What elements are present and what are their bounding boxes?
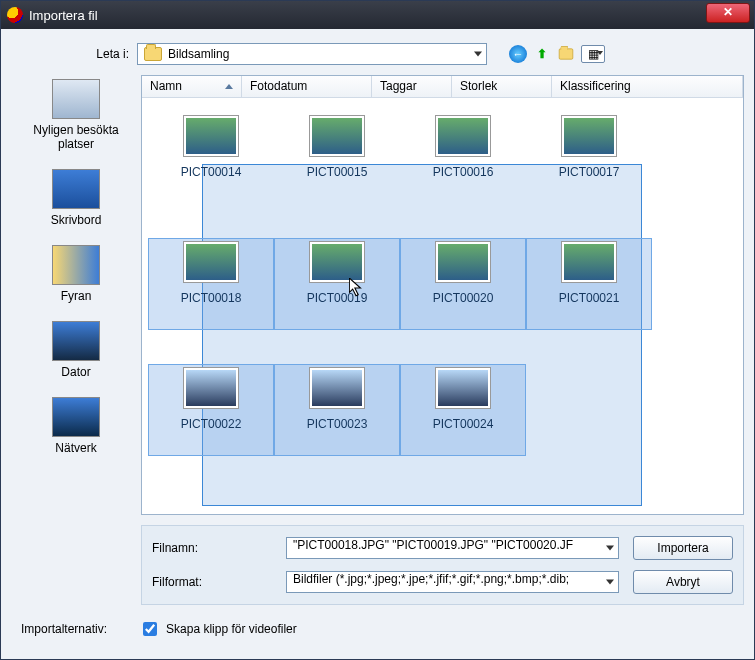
file-label: PICT00018: [181, 291, 242, 305]
sidebar-item-desktop[interactable]: Skrivbord: [21, 169, 131, 227]
col-date[interactable]: Fotodatum: [242, 76, 372, 97]
look-in-value: Bildsamling: [168, 47, 229, 61]
computer-icon: [52, 321, 100, 361]
file-list-pane: Namn Fotodatum Taggar Storlek Klassifice…: [141, 75, 744, 515]
checkbox-label: Skapa klipp för videofiler: [166, 622, 297, 636]
window-title: Importera fil: [29, 8, 98, 23]
checkbox-input[interactable]: [143, 622, 157, 636]
new-folder-icon[interactable]: [557, 45, 575, 63]
folder-icon: [144, 47, 162, 61]
file-label: PICT00023: [307, 417, 368, 431]
fileformat-label: Filformat:: [152, 575, 272, 589]
file-item[interactable]: PICT00020: [400, 238, 526, 330]
filename-form: Filnamn: "PICT00018.JPG" "PICT00019.JPG"…: [141, 525, 744, 605]
thumbnail-icon: [435, 241, 491, 283]
col-size[interactable]: Storlek: [452, 76, 552, 97]
look-in-label: Leta i:: [11, 47, 129, 61]
sidebar-item-computer[interactable]: Dator: [21, 321, 131, 379]
sidebar-item-fyran[interactable]: Fyran: [21, 245, 131, 303]
desktop-icon: [52, 169, 100, 209]
bottom-area: Filnamn: "PICT00018.JPG" "PICT00019.JPG"…: [11, 515, 744, 605]
views-icon[interactable]: ▦: [581, 45, 605, 63]
chevron-down-icon: [474, 52, 482, 57]
network-icon: [52, 397, 100, 437]
sidebar-item-label: Nyligen besökta platser: [21, 123, 131, 151]
filename-label: Filnamn:: [152, 541, 272, 555]
file-item[interactable]: PICT00018: [148, 238, 274, 330]
look-in-combo[interactable]: Bildsamling: [137, 43, 487, 65]
up-icon[interactable]: ⬆: [533, 45, 551, 63]
file-label: PICT00017: [559, 165, 620, 179]
app-icon: [7, 7, 23, 23]
chevron-down-icon: [606, 546, 614, 551]
file-label: PICT00020: [433, 291, 494, 305]
thumbnail-icon: [309, 241, 365, 283]
file-item[interactable]: PICT00019: [274, 238, 400, 330]
filename-value: "PICT00018.JPG" "PICT00019.JPG" "PICT000…: [293, 538, 573, 552]
places-sidebar: Nyligen besökta platser Skrivbord Fyran …: [11, 75, 141, 515]
sidebar-item-recent[interactable]: Nyligen besökta platser: [21, 79, 131, 151]
col-rating[interactable]: Klassificering: [552, 76, 743, 97]
sidebar-item-label: Dator: [21, 365, 131, 379]
thumbnail-icon: [309, 367, 365, 409]
file-label: PICT00016: [433, 165, 494, 179]
file-label: PICT00014: [181, 165, 242, 179]
col-name[interactable]: Namn: [142, 76, 242, 97]
cancel-button[interactable]: Avbryt: [633, 570, 733, 594]
file-label: PICT00015: [307, 165, 368, 179]
import-options-label: Importalternativ:: [21, 622, 107, 636]
nav-icons: ← ⬆ ▦: [509, 45, 605, 63]
fileformat-combo[interactable]: Bildfiler (*.jpg;*.jpeg;*.jpe;*.jfif;*.g…: [286, 571, 619, 593]
back-icon[interactable]: ←: [509, 45, 527, 63]
sidebar-item-label: Nätverk: [21, 441, 131, 455]
thumbnail-grid[interactable]: PICT00014 PICT00015 PICT00016 PICT00017 …: [142, 98, 743, 514]
file-item[interactable]: PICT00021: [526, 238, 652, 330]
user-folder-icon: [52, 245, 100, 285]
main-area: Nyligen besökta platser Skrivbord Fyran …: [11, 75, 744, 515]
thumbnail-icon: [561, 241, 617, 283]
file-item[interactable]: PICT00015: [274, 112, 400, 204]
filename-input[interactable]: "PICT00018.JPG" "PICT00019.JPG" "PICT000…: [286, 537, 619, 559]
thumbnail-icon: [561, 115, 617, 157]
thumbnail-icon: [183, 241, 239, 283]
chevron-down-icon: [606, 580, 614, 585]
sidebar-item-label: Fyran: [21, 289, 131, 303]
import-file-dialog: Importera fil ✕ Leta i: Bildsamling ← ⬆ …: [0, 0, 755, 660]
file-item[interactable]: PICT00023: [274, 364, 400, 456]
file-item[interactable]: PICT00016: [400, 112, 526, 204]
thumbnail-icon: [435, 115, 491, 157]
file-label: PICT00024: [433, 417, 494, 431]
file-item[interactable]: PICT00024: [400, 364, 526, 456]
file-item[interactable]: PICT00017: [526, 112, 652, 204]
file-item[interactable]: PICT00022: [148, 364, 274, 456]
sidebar-item-label: Skrivbord: [21, 213, 131, 227]
file-item[interactable]: PICT00014: [148, 112, 274, 204]
close-button[interactable]: ✕: [706, 3, 750, 23]
titlebar: Importera fil ✕: [1, 1, 754, 29]
thumbnail-icon: [183, 115, 239, 157]
column-headers: Namn Fotodatum Taggar Storlek Klassifice…: [142, 76, 743, 98]
look-in-row: Leta i: Bildsamling ← ⬆ ▦: [11, 37, 744, 75]
dialog-body: Leta i: Bildsamling ← ⬆ ▦ Nyligen besökt…: [1, 29, 754, 659]
thumbnail-icon: [309, 115, 365, 157]
file-label: PICT00019: [307, 291, 368, 305]
col-tags[interactable]: Taggar: [372, 76, 452, 97]
fileformat-value: Bildfiler (*.jpg;*.jpeg;*.jpe;*.jfif;*.g…: [293, 572, 569, 586]
import-button[interactable]: Importera: [633, 536, 733, 560]
thumbnail-icon: [183, 367, 239, 409]
file-label: PICT00021: [559, 291, 620, 305]
thumbnail-icon: [435, 367, 491, 409]
file-label: PICT00022: [181, 417, 242, 431]
create-clips-checkbox[interactable]: Skapa klipp för videofiler: [139, 619, 297, 639]
sidebar-item-network[interactable]: Nätverk: [21, 397, 131, 455]
import-options-row: Importalternativ: Skapa klipp för videof…: [11, 605, 744, 649]
recent-places-icon: [52, 79, 100, 119]
